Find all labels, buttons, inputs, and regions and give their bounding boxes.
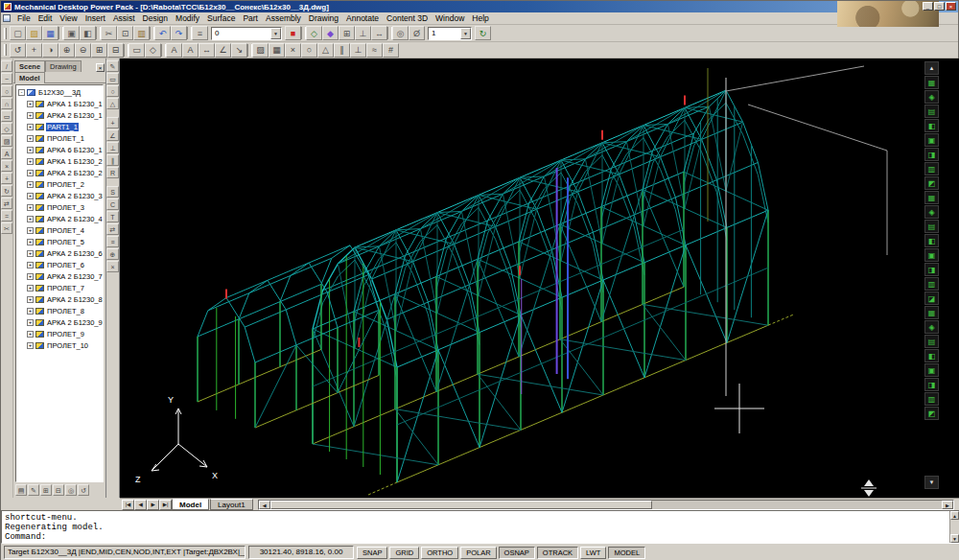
- tab-nav-button[interactable]: ▶: [147, 500, 159, 510]
- diameter-button[interactable]: Ø: [409, 26, 425, 40]
- tree-item[interactable]: + ПРОЛЕТ_7: [16, 282, 103, 293]
- tree-item[interactable]: + АРКА 2 Б1230_7: [16, 270, 103, 282]
- scroll-up-icon[interactable]: ▲: [950, 511, 959, 520]
- expand-toggle-icon[interactable]: +: [27, 193, 34, 199]
- expand-toggle-icon[interactable]: +: [27, 319, 34, 326]
- bom-button[interactable]: ◇: [306, 26, 322, 40]
- view-tool[interactable]: ◈: [924, 90, 939, 104]
- new-button[interactable]: ▢: [10, 26, 26, 40]
- pan-button[interactable]: +: [26, 43, 42, 58]
- expand-toggle-icon[interactable]: +: [27, 227, 34, 234]
- expand-toggle-icon[interactable]: +: [27, 342, 34, 349]
- view-tool[interactable]: ▦: [924, 76, 939, 89]
- view-tool[interactable]: ▣: [924, 133, 939, 147]
- tree-item[interactable]: + ПРОЛЕТ_3: [16, 201, 103, 213]
- coordinate-readout[interactable]: 30121.40, 8918.16, 0.00: [248, 546, 354, 559]
- menu-item[interactable]: Part: [239, 12, 262, 25]
- view-tool[interactable]: ▣: [924, 248, 939, 262]
- status-toggle-button[interactable]: GRID: [389, 547, 419, 559]
- circle-tool[interactable]: ○: [1, 85, 12, 97]
- layer-color-button[interactable]: ■: [285, 26, 301, 40]
- concentric-tool[interactable]: C: [106, 198, 119, 210]
- symmetric-tool[interactable]: S: [106, 186, 119, 198]
- expand-toggle-icon[interactable]: +: [27, 308, 34, 315]
- menu-item[interactable]: Help: [468, 12, 492, 25]
- preview-button[interactable]: ◧: [80, 26, 96, 40]
- polygon-button[interactable]: △: [317, 43, 334, 58]
- restore-button[interactable]: □: [934, 2, 945, 11]
- arc-tool[interactable]: ∩: [1, 98, 12, 109]
- minimize-button[interactable]: _: [923, 2, 933, 11]
- redo-button[interactable]: ↷: [171, 26, 187, 40]
- dimension-button[interactable]: ↔: [371, 26, 387, 40]
- mtext-button[interactable]: A: [182, 43, 199, 58]
- tree-item[interactable]: + АРКА 2 Б1230_1: [16, 109, 103, 121]
- paste-button[interactable]: ▥: [133, 26, 150, 40]
- expand-toggle-icon[interactable]: +: [27, 204, 34, 211]
- tree-item[interactable]: + ПРОЛЕТ_5: [16, 236, 103, 247]
- sketch-tool[interactable]: ✎: [106, 60, 119, 72]
- tab-nav-button[interactable]: ▶|: [159, 500, 172, 510]
- zoom-in-button[interactable]: ⊕: [58, 43, 75, 58]
- rotate-tool[interactable]: ↻: [1, 185, 12, 197]
- delete-constraint-tool[interactable]: ×: [106, 261, 119, 272]
- scale-combo[interactable]: 1 ▼: [428, 27, 472, 40]
- tree-item[interactable]: + ПРОЛЕТ_9: [16, 328, 103, 339]
- expand-toggle-icon[interactable]: -: [18, 89, 25, 96]
- browser-tab[interactable]: Drawing: [45, 60, 82, 72]
- view-tool[interactable]: ◈: [924, 320, 939, 334]
- collapse-all-button[interactable]: ⊟: [53, 484, 64, 496]
- menu-item[interactable]: Annotate: [342, 12, 383, 25]
- command-scrollbar[interactable]: ▲ ▼: [949, 511, 959, 543]
- expand-toggle-icon[interactable]: +: [27, 147, 34, 153]
- view-tool[interactable]: ▤: [924, 335, 939, 348]
- tab-nav-button[interactable]: ◀: [134, 500, 147, 510]
- tree-item[interactable]: + АРКА 2 Б1230_4: [16, 213, 103, 224]
- status-toggle-button[interactable]: OTRACK: [537, 547, 578, 559]
- tree-item[interactable]: + ПРОЛЕТ_1: [16, 132, 103, 144]
- view-tool[interactable]: ▥: [924, 277, 939, 291]
- tree-item[interactable]: + PART1_1: [16, 121, 103, 132]
- circle-sketch-tool[interactable]: ○: [106, 85, 119, 97]
- copy-button[interactable]: ⊡: [117, 26, 133, 40]
- view-tool[interactable]: ◪: [924, 292, 939, 305]
- angle-tool[interactable]: ∠: [106, 129, 119, 141]
- browser-options-button[interactable]: ◎: [65, 484, 77, 496]
- view-tool[interactable]: ◈: [924, 205, 939, 219]
- scroll-up-icon[interactable]: ▲: [924, 61, 939, 75]
- dim-angular-button[interactable]: ∠: [215, 43, 231, 58]
- hatch-button[interactable]: ▨: [252, 43, 269, 58]
- view-tool[interactable]: ▥: [924, 162, 939, 175]
- perpendicular-tool[interactable]: ⊥: [106, 142, 119, 153]
- view-tool[interactable]: ▦: [924, 306, 939, 319]
- tree-item[interactable]: + АРКА 2 Б1230_9: [16, 316, 103, 328]
- view-tool[interactable]: ▤: [924, 105, 939, 118]
- view-tool[interactable]: ◨: [924, 148, 939, 161]
- scrollbar-thumb[interactable]: [270, 501, 652, 509]
- radius-tool[interactable]: R: [106, 167, 119, 178]
- expand-all-button[interactable]: ⊞: [40, 484, 52, 496]
- tree-item[interactable]: + АРКА 2 Б1230_8: [16, 293, 103, 305]
- menu-item[interactable]: Surface: [203, 12, 239, 25]
- parallel-button[interactable]: ∥: [334, 43, 350, 58]
- expand-toggle-icon[interactable]: +: [27, 239, 34, 245]
- polygon-tool[interactable]: ◇: [1, 123, 12, 134]
- spline-button[interactable]: ≈: [366, 43, 383, 58]
- layer-combo[interactable]: 0 ▼: [211, 27, 282, 40]
- parallel-tool[interactable]: ∥: [106, 154, 119, 166]
- view-tool[interactable]: ◩: [924, 407, 939, 420]
- view-tool[interactable]: ◧: [924, 119, 939, 132]
- dim-linear-button[interactable]: ↔: [199, 43, 215, 58]
- view-tool[interactable]: ◧: [924, 349, 939, 362]
- tree-item[interactable]: + АРКА 1 Б1230_2: [16, 155, 103, 167]
- expand-toggle-icon[interactable]: +: [27, 135, 34, 142]
- expand-toggle-icon[interactable]: +: [27, 124, 34, 130]
- orbit-button[interactable]: ◑: [42, 43, 58, 58]
- hatch-tool[interactable]: ▨: [1, 135, 12, 147]
- offset-tool[interactable]: =: [1, 210, 12, 222]
- expand-toggle-icon[interactable]: +: [27, 216, 34, 222]
- constraint-button[interactable]: ⊥: [355, 26, 371, 40]
- view-tool[interactable]: ▦: [924, 191, 939, 204]
- menu-item[interactable]: Assist: [109, 12, 139, 25]
- tree-item[interactable]: + ПРОЛЕТ_6: [16, 259, 103, 270]
